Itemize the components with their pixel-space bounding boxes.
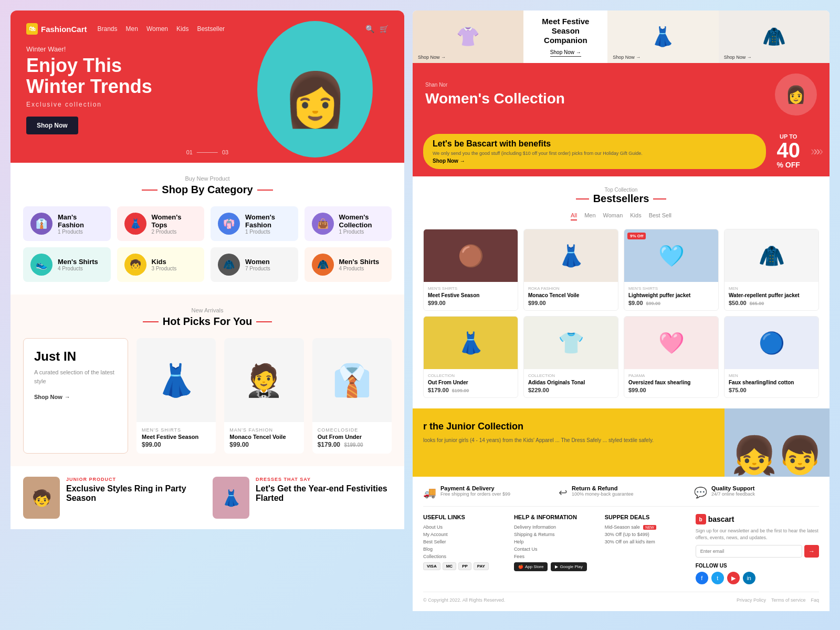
promo-1-image: 🧒 xyxy=(23,477,60,519)
email-input[interactable] xyxy=(696,545,802,558)
bs-product-8-img: 🔵 xyxy=(724,317,818,369)
nav-brands[interactable]: Brands xyxy=(98,25,118,33)
cat-womens-fashion-icon: 👘 xyxy=(218,213,240,235)
cat-mens-shirts-count: 4 Products xyxy=(58,266,98,271)
delivery-icon: 🚚 xyxy=(423,486,436,499)
decorative-chevrons: »»» xyxy=(811,144,819,159)
festive-img-3: 🧥 Shop Now → xyxy=(719,10,830,63)
twitter-icon[interactable]: t xyxy=(711,572,724,584)
hero-cta-button[interactable]: Shop Now xyxy=(26,117,78,134)
bs-product-7-img: 🩷 xyxy=(624,317,718,369)
facebook-icon[interactable]: f xyxy=(696,572,708,584)
bs-product-2[interactable]: 👗 ROKA FASHION Monaco Tencel Voile $99.0… xyxy=(523,229,618,311)
bs-product-4[interactable]: 🧥 MEN Water-repellent puffer jacket $50.… xyxy=(724,229,819,311)
promo-1-title: Exclusive Styles Ring in Party Season xyxy=(66,484,202,503)
junior-title: r the Junior Collection xyxy=(423,421,714,432)
cat-womens-tops-icon: 👗 xyxy=(124,213,146,235)
link-bestseller[interactable]: Best Seller xyxy=(423,539,506,544)
categories-eyebrow: Buy New Product xyxy=(23,175,392,182)
nav-kids[interactable]: Kids xyxy=(176,25,188,33)
bs-product-3[interactable]: 9% Off 🩵 MEN'S SHIRTS Lightweight puffer… xyxy=(624,229,719,311)
categories-title: Shop By Category xyxy=(23,184,392,196)
faq-link[interactable]: Faq xyxy=(811,597,819,603)
link-help[interactable]: Help xyxy=(514,539,596,544)
deal-1[interactable]: Mid-Season sale NEW xyxy=(605,524,687,530)
deal-3[interactable]: 30% Off on all kid's item xyxy=(605,539,687,544)
bs-product-6[interactable]: 👕 COLLECTION Adidas Originals Tonal $229… xyxy=(523,316,618,398)
hot-product-3[interactable]: 👔 COMECLOSIDE Out From Under $179.00 $19… xyxy=(312,338,392,454)
festive-img-2: 👗 Shop Now → xyxy=(607,10,718,63)
tab-kids[interactable]: Kids xyxy=(630,212,641,220)
festive-shop-3[interactable]: Shop Now → xyxy=(724,55,752,60)
bs-product-5[interactable]: 👗 COLLECTION Out From Under $179.00 $199… xyxy=(423,316,518,398)
promo-2-title: Let's Get the Year-end Festivities Flart… xyxy=(256,484,392,503)
bs-product-8[interactable]: 🔵 MEN Faux shearling/lind cotton $75.00 xyxy=(724,316,819,398)
logo-icon: 🛍 xyxy=(26,23,38,35)
product-3-price: $179.00 $199.00 xyxy=(318,441,386,448)
category-women[interactable]: 🧥 Women 7 Products xyxy=(211,247,298,282)
category-womens-collection[interactable]: 👜 Women's Collection 1 Products xyxy=(304,206,392,241)
just-in-desc: A curated selection of the latest style xyxy=(34,368,117,385)
junior-banner: r the Junior Collection looks for junior… xyxy=(413,408,830,477)
google-play-badge[interactable]: ▶ Google Play xyxy=(551,562,587,571)
cat-kids-name: Kids xyxy=(152,258,177,266)
link-delivery-info[interactable]: Delivery Information xyxy=(514,524,596,530)
tab-all[interactable]: All xyxy=(571,212,577,220)
link-about[interactable]: About Us xyxy=(423,524,506,530)
festive-header: 👚 Shop Now → Meet Festive Season Compani… xyxy=(413,10,830,63)
email-submit-button[interactable]: → xyxy=(804,545,819,558)
delivery-desc: Free shipping for orders over $99 xyxy=(440,491,510,497)
footer-service-return: ↩ Return & Refund 100% money-back guaran… xyxy=(559,485,684,499)
link-blog[interactable]: Blog xyxy=(423,547,506,552)
app-store-badge[interactable]: 🍎 App Store xyxy=(514,562,548,571)
terms-link[interactable]: Terms of service xyxy=(771,597,806,603)
bs-product-1-price: $99.00 xyxy=(428,300,513,306)
tab-woman[interactable]: Woman xyxy=(603,212,623,220)
festive-shop-1[interactable]: Shop Now → xyxy=(418,55,446,60)
link-collections[interactable]: Collections xyxy=(423,554,506,559)
site-logo[interactable]: 🛍 FashionCart xyxy=(26,23,87,35)
search-icon[interactable]: 🔍 xyxy=(365,25,374,33)
cat-mans-count: 1 Products xyxy=(58,229,103,235)
deal-new-badge: NEW xyxy=(643,525,656,530)
privacy-policy-link[interactable]: Privacy Policy xyxy=(737,597,766,603)
festive-shop-2[interactable]: Shop Now → xyxy=(613,55,640,60)
just-in-shop-link[interactable]: Shop Now → xyxy=(34,394,117,400)
benefits-shop-link[interactable]: Shop Now → xyxy=(433,158,757,164)
cart-icon[interactable]: 🛒 xyxy=(380,25,388,33)
category-mens-shirts[interactable]: 👟 Men's Shirts 4 Products xyxy=(23,247,111,282)
bs-product-5-name: Out From Under xyxy=(428,379,513,386)
bs-product-7-price: $99.00 xyxy=(628,387,714,393)
tab-bestsell[interactable]: Best Sell xyxy=(649,212,671,220)
category-kids[interactable]: 🧒 Kids 3 Products xyxy=(117,247,205,282)
link-fees[interactable]: Fees xyxy=(514,554,596,559)
youtube-icon[interactable]: ▶ xyxy=(727,572,740,584)
slide-line xyxy=(197,152,218,153)
bs-product-7[interactable]: 🩷 PAJAMA Oversized faux shearling $99.00 xyxy=(624,316,719,398)
deal-2[interactable]: 30% Off (Up to $499) xyxy=(605,532,687,537)
bs-product-2-cat: ROKA FASHION xyxy=(528,286,614,291)
nav-bestseller[interactable]: Bestseller xyxy=(197,25,225,33)
nav-men[interactable]: Men xyxy=(126,25,138,33)
festive-shop-button[interactable]: Shop Now → xyxy=(550,49,581,57)
cat-women-icon: 🧥 xyxy=(218,254,240,276)
category-womens-fashion[interactable]: 👘 Women's Fashion 1 Products xyxy=(211,206,298,241)
product-2-category: MAN'S FASHION xyxy=(229,427,298,433)
bs-product-3-cat: MEN'S SHIRTS xyxy=(628,286,714,291)
link-shipping[interactable]: Shipping & Returns xyxy=(514,532,596,537)
linkedin-icon[interactable]: in xyxy=(743,572,755,584)
hot-product-1[interactable]: 👗 MEN'S SHIRTS Meet Festive Season $99.0… xyxy=(136,338,216,454)
category-womens-tops[interactable]: 👗 Women's Tops 2 Products xyxy=(117,206,205,241)
bs-product-1[interactable]: 🟤 MEN'S SHIRTS Meet Festive Season $99.0… xyxy=(423,229,518,311)
nav-women[interactable]: Women xyxy=(146,25,168,33)
hot-product-2[interactable]: 🤵 MAN'S FASHION Monaco Tencel Voile $99.… xyxy=(224,338,303,454)
bs-product-3-price: $9.00 $99.00 xyxy=(628,300,714,306)
link-account[interactable]: My Account xyxy=(423,532,506,537)
return-title: Return & Refund xyxy=(572,485,634,491)
category-mans-fashion[interactable]: 👔 Man's Fashion 1 Products xyxy=(23,206,111,241)
promo-item-2: 👗 DRESSES THAT SAY Let's Get the Year-en… xyxy=(213,477,392,519)
bestsellers-header: Top Collection Bestsellers xyxy=(423,187,819,205)
category-mens-shirts-2[interactable]: 🧥 Men's Shirts 4 Products xyxy=(304,247,392,282)
link-contact[interactable]: Contact Us xyxy=(514,547,596,552)
tab-men[interactable]: Men xyxy=(584,212,595,220)
